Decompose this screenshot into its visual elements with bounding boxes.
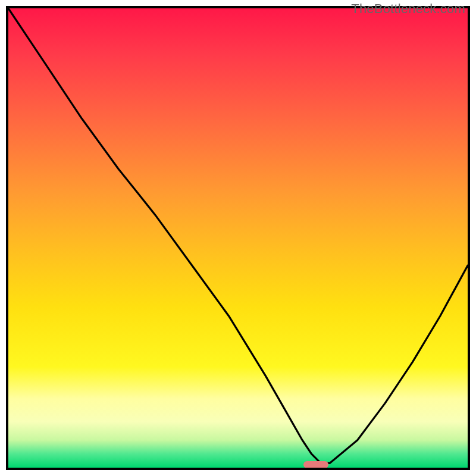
chart-container: TheBottleneck.com bbox=[0, 0, 476, 476]
heatmap-gradient bbox=[8, 8, 468, 468]
plot-area bbox=[6, 6, 470, 470]
optimal-marker bbox=[303, 461, 328, 468]
watermark-text: TheBottleneck.com bbox=[351, 1, 465, 17]
